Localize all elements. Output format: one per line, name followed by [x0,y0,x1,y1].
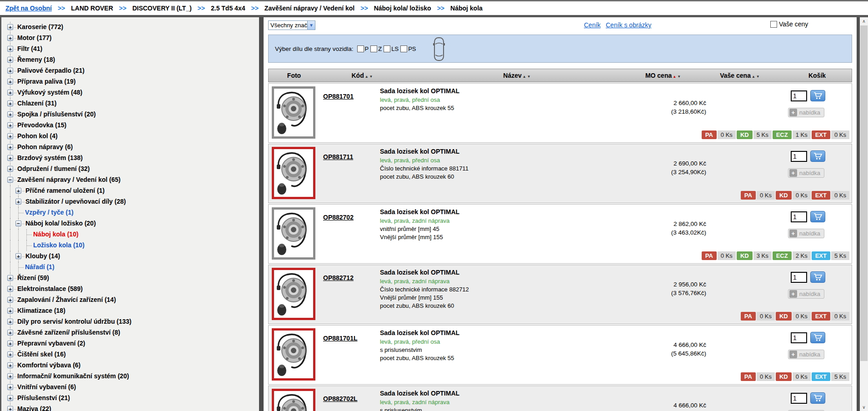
sidebar-item-label[interactable]: Stabilizátor / upevňovací díly (28) [25,198,126,205]
sidebar-item-label[interactable]: Zapalování / Žhavící zařízení (14) [17,296,116,303]
sidebar-item-label[interactable]: Spojka / příslušenství (20) [17,110,96,118]
your-prices-checkbox[interactable] [770,21,777,28]
add-to-cart-button[interactable] [810,271,825,283]
product-photo[interactable] [272,207,315,260]
breadcrumb-back-link[interactable]: Zpět na Osobní [5,5,52,12]
sidebar-item-label[interactable]: Příčné rameno/ uložení (1) [25,187,105,194]
expand-icon[interactable]: + [7,275,13,281]
sidebar-item[interactable]: +Výfukový systém (48) [1,87,259,98]
quantity-input[interactable] [791,332,807,343]
sidebar-item[interactable]: Ložisko kola (10) [1,240,259,251]
offer-button[interactable]: + nabídka [788,289,824,299]
sidebar-item[interactable]: +Odpružení / tlumení (32) [1,164,259,175]
product-code-link[interactable]: OP882702L [323,395,358,402]
expand-icon[interactable]: + [7,24,13,30]
expand-icon[interactable]: + [7,122,13,128]
collapse-icon[interactable]: − [15,221,21,226]
sort-desc-icon[interactable]: ▼ [527,75,531,79]
sidebar-item-label[interactable]: Klimatizace (18) [17,307,65,314]
expand-icon[interactable]: + [7,406,13,411]
side-checkbox-LS[interactable] [384,45,390,52]
sidebar-item[interactable]: +Vnitřní vybavení (6) [1,382,259,393]
add-to-cart-button[interactable] [810,211,825,222]
sidebar-item[interactable]: +Chlazení (31) [1,98,259,109]
quantity-input[interactable] [791,272,807,283]
breadcrumb-item[interactable]: Náboj kola/ ložisko [374,5,431,12]
sidebar-item[interactable]: +Filtr (41) [1,44,259,55]
sort-asc-icon[interactable]: ▲ [523,75,526,79]
sidebar-item[interactable]: −Zavěšení nápravy / Vedení kol (65) [1,175,259,185]
sidebar-item-label[interactable]: Příprava paliva (19) [17,78,75,85]
product-photo[interactable] [272,268,315,320]
sidebar-item-label[interactable]: Klouby (14) [25,252,60,260]
expand-icon[interactable]: + [7,373,13,379]
sidebar-item[interactable]: Vzpěry / tyče (1) [1,207,259,218]
side-checkbox-PS[interactable] [400,45,407,52]
product-photo[interactable] [272,86,315,139]
sidebar-item-label[interactable]: Čištění skel (16) [17,351,66,358]
sidebar-item-label[interactable]: Pohon kol (4) [17,132,58,140]
product-code-link[interactable]: OP881701L [323,335,358,342]
scroll-down-icon[interactable]: ∨ [860,403,868,411]
column-header[interactable]: MO cena▲▼ [629,72,697,79]
brand-filter-select[interactable]: Všechny značky ▼ [268,20,315,30]
sidebar-item[interactable]: +Čištění skel (16) [1,349,259,360]
sidebar-item[interactable]: +Řízení (59) [1,273,259,284]
quantity-input[interactable] [791,151,807,162]
sidebar-item-label[interactable]: Příslušenství (21) [17,394,70,401]
sidebar-item[interactable]: +Zapalování / Žhavící zařízení (14) [1,295,259,306]
sort-desc-icon[interactable]: ▼ [369,75,373,79]
sidebar-item-label[interactable]: Zavěšení nápravy / Vedení kol (65) [17,176,120,183]
column-header[interactable]: Vaše cena▲▼ [697,72,783,79]
scrollbar-thumb[interactable] [860,25,868,361]
side-checkbox-Z[interactable] [370,45,377,52]
sort-desc-icon[interactable]: ▼ [756,75,760,79]
sidebar-item[interactable]: Nářadí (1) [1,262,259,273]
expand-icon[interactable]: + [7,384,13,390]
sidebar-item-label[interactable]: Vnitřní vybavení (6) [17,383,76,391]
sidebar-item-label[interactable]: Náboj kola/ ložisko (20) [25,220,96,227]
expand-icon[interactable]: + [7,57,13,63]
sidebar-item-label[interactable]: Elektroinstalace (589) [17,285,83,292]
product-photo[interactable] [272,147,315,199]
breadcrumb-item[interactable]: Zavěšení nápravy / Vedení kol [264,5,354,12]
sidebar-item[interactable]: +Převodovka (15) [1,120,259,131]
sidebar-item[interactable]: +Klouby (14) [1,251,259,262]
scroll-up-icon[interactable]: ∧ [860,17,868,25]
offer-button[interactable]: + nabídka [788,350,824,359]
sidebar-item-label[interactable]: Karoserie (772) [17,23,63,30]
sidebar-item[interactable]: +Pohon kol (4) [1,131,259,142]
sort-asc-icon[interactable]: ▲ [365,75,369,79]
vertical-scrollbar[interactable]: ∧ ∨ [860,17,868,411]
sidebar-item[interactable]: +Informační/ komunikační systém (20) [1,371,259,382]
quantity-input[interactable] [791,211,807,222]
breadcrumb-item[interactable]: 2.5 Td5 4x4 [211,5,245,12]
expand-icon[interactable]: + [7,144,13,150]
offer-button[interactable]: + nabídka [788,168,824,178]
product-code-link[interactable]: OP881701 [323,93,354,100]
sidebar-item[interactable]: +Pohon nápravy (6) [1,142,259,153]
expand-icon[interactable]: + [15,188,21,194]
add-to-cart-button[interactable] [810,90,825,101]
quantity-input[interactable] [791,90,807,101]
expand-icon[interactable]: + [7,46,13,52]
expand-icon[interactable]: + [7,166,13,172]
sidebar-item[interactable]: +Příprava paliva (19) [1,76,259,87]
sidebar-item-label[interactable]: Ložisko kola (10) [33,241,85,249]
sidebar-item[interactable]: +Přepravní vybavení (2) [1,338,259,349]
sidebar-item-label[interactable]: Přepravní vybavení (2) [17,340,85,347]
sidebar-item[interactable]: Náboj kola (10) [1,229,259,240]
sidebar-item-label[interactable]: Komfortní výbava (6) [17,361,80,369]
sidebar-item-label[interactable]: Brzdový systém (138) [17,154,83,161]
sidebar-item-label[interactable]: Závěsné zařízení/ příslušenství (8) [17,329,120,336]
sidebar-item[interactable]: +Motor (177) [1,33,259,44]
breadcrumb-item[interactable]: DISCOVERY II (LT_) [132,5,191,12]
sort-desc-icon[interactable]: ▼ [677,75,681,79]
sidebar-item[interactable]: +Elektroinstalace (589) [1,284,259,295]
breadcrumb-item[interactable]: LAND ROVER [71,5,113,12]
column-header[interactable]: Název▲▼ [405,72,629,79]
expand-icon[interactable]: + [7,297,13,303]
column-header[interactable]: Kód▲▼ [319,72,405,79]
sidebar-item[interactable]: +Maziva (22) [1,404,259,411]
expand-icon[interactable]: + [7,133,13,139]
